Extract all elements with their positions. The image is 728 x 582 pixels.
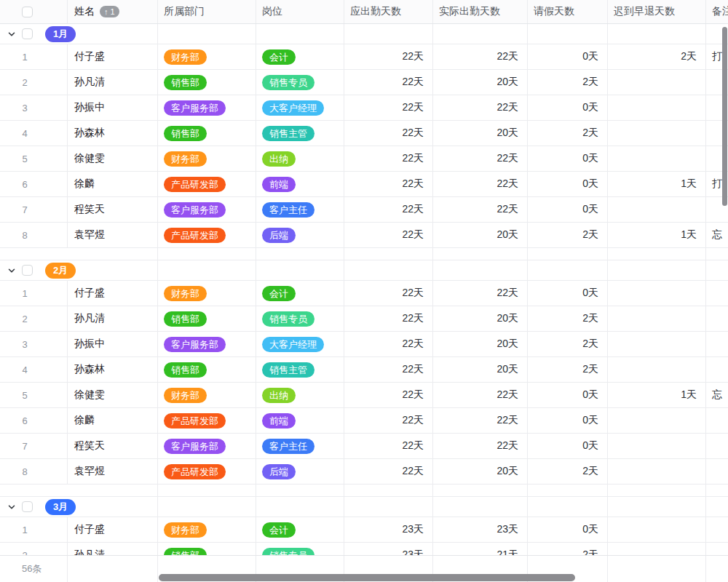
cell-leave[interactable]: 0天 xyxy=(528,281,608,306)
cell-actual[interactable]: 23天 xyxy=(433,517,528,542)
cell-expected[interactable]: 23天 xyxy=(344,543,433,555)
spacer-cell[interactable] xyxy=(0,485,158,496)
cell-dept[interactable]: 财务部 xyxy=(158,146,256,171)
group-empty-cell[interactable] xyxy=(158,260,256,280)
group-empty-cell[interactable] xyxy=(256,260,344,280)
cell-remark[interactable] xyxy=(706,332,728,356)
cell-late[interactable] xyxy=(608,306,706,331)
cell-position[interactable]: 客户主任 xyxy=(256,197,344,222)
cell-leave[interactable]: 2天 xyxy=(528,357,608,382)
group-empty-cell[interactable] xyxy=(528,497,608,517)
cell-expected[interactable]: 22天 xyxy=(344,197,433,222)
cell-position[interactable]: 后端 xyxy=(256,223,344,247)
column-header-leave[interactable]: 请假天数 xyxy=(528,0,608,23)
cell-actual[interactable]: 22天 xyxy=(433,146,528,171)
group-checkbox[interactable] xyxy=(22,501,33,512)
cell-actual[interactable]: 22天 xyxy=(433,383,528,407)
group-empty-cell[interactable] xyxy=(344,260,433,280)
cell-expected[interactable]: 22天 xyxy=(344,332,433,356)
select-all-checkbox[interactable] xyxy=(22,7,33,17)
group-empty-cell[interactable] xyxy=(256,497,344,517)
group-header-cell[interactable]: 1月 xyxy=(0,24,158,44)
column-header-expected[interactable]: 应出勤天数 xyxy=(344,0,433,23)
cell-actual[interactable]: 20天 xyxy=(433,121,528,146)
row-handle-cell[interactable]: 7 xyxy=(0,197,68,222)
row-handle-cell[interactable]: 8 xyxy=(0,223,68,247)
cell-position[interactable]: 出纳 xyxy=(256,146,344,171)
cell-expected[interactable]: 22天 xyxy=(344,44,433,69)
cell-name[interactable]: 孙森林 xyxy=(68,357,158,382)
cell-position[interactable]: 后端 xyxy=(256,459,344,484)
spacer-cell[interactable] xyxy=(433,248,528,260)
row-handle-cell[interactable]: 1 xyxy=(0,517,68,542)
cell-position[interactable]: 会计 xyxy=(256,517,344,542)
row-handle-cell[interactable]: 4 xyxy=(0,121,68,146)
cell-dept[interactable]: 财务部 xyxy=(158,517,256,542)
spacer-cell[interactable] xyxy=(344,485,433,496)
column-header-remark[interactable]: 备注 xyxy=(706,0,728,23)
row-handle-cell[interactable]: 4 xyxy=(0,357,68,382)
group-empty-cell[interactable] xyxy=(344,497,433,517)
cell-leave[interactable]: 2天 xyxy=(528,121,608,146)
cell-position[interactable]: 销售主管 xyxy=(256,121,344,146)
sort-badge[interactable]: ↑ 1 xyxy=(100,6,119,17)
cell-leave[interactable]: 0天 xyxy=(528,434,608,458)
group-header-cell[interactable]: 2月 xyxy=(0,260,158,280)
cell-expected[interactable]: 22天 xyxy=(344,383,433,407)
cell-name[interactable]: 袁罕煜 xyxy=(68,459,158,484)
cell-late[interactable] xyxy=(608,357,706,382)
cell-name[interactable]: 孙森林 xyxy=(68,121,158,146)
cell-expected[interactable]: 22天 xyxy=(344,146,433,171)
group-empty-cell[interactable] xyxy=(256,24,344,44)
cell-dept[interactable]: 客户服务部 xyxy=(158,332,256,356)
cell-actual[interactable]: 22天 xyxy=(433,434,528,458)
cell-remark[interactable]: 忘 xyxy=(706,383,728,407)
cell-position[interactable]: 销售专员 xyxy=(256,543,344,555)
cell-position[interactable]: 销售主管 xyxy=(256,357,344,382)
group-empty-cell[interactable] xyxy=(528,260,608,280)
spacer-cell[interactable] xyxy=(608,248,706,260)
cell-remark[interactable] xyxy=(706,434,728,458)
spacer-cell[interactable] xyxy=(433,485,528,496)
cell-dept[interactable]: 销售部 xyxy=(158,70,256,95)
row-handle-cell[interactable]: 1 xyxy=(0,44,68,69)
cell-name[interactable]: 程笑天 xyxy=(68,434,158,458)
cell-dept[interactable]: 产品研发部 xyxy=(158,408,256,433)
cell-actual[interactable]: 22天 xyxy=(433,172,528,196)
cell-position[interactable]: 大客户经理 xyxy=(256,332,344,356)
column-header-actual[interactable]: 实际出勤天数 xyxy=(433,0,528,23)
column-header-name[interactable]: 姓名 ↑ 1 xyxy=(68,0,158,23)
cell-actual[interactable]: 20天 xyxy=(433,459,528,484)
group-checkbox[interactable] xyxy=(22,265,33,276)
cell-late[interactable] xyxy=(608,543,706,555)
cell-position[interactable]: 销售专员 xyxy=(256,70,344,95)
spacer-cell[interactable] xyxy=(608,485,706,496)
spacer-cell[interactable] xyxy=(706,485,728,496)
chevron-down-icon[interactable] xyxy=(7,30,16,39)
cell-remark[interactable]: 忘 xyxy=(706,223,728,247)
cell-actual[interactable]: 22天 xyxy=(433,44,528,69)
spacer-cell[interactable] xyxy=(256,485,344,496)
cell-name[interactable]: 付子盛 xyxy=(68,281,158,306)
cell-expected[interactable]: 23天 xyxy=(344,517,433,542)
cell-name[interactable]: 徐麟 xyxy=(68,408,158,433)
spacer-cell[interactable] xyxy=(344,248,433,260)
row-handle-cell[interactable]: 5 xyxy=(0,383,68,407)
cell-expected[interactable]: 22天 xyxy=(344,357,433,382)
select-all-cell[interactable] xyxy=(0,0,68,23)
cell-position[interactable]: 出纳 xyxy=(256,383,344,407)
cell-actual[interactable]: 22天 xyxy=(433,197,528,222)
cell-actual[interactable]: 22天 xyxy=(433,95,528,120)
cell-dept[interactable]: 销售部 xyxy=(158,543,256,555)
vertical-scrollbar[interactable] xyxy=(722,27,727,206)
cell-expected[interactable]: 22天 xyxy=(344,459,433,484)
row-handle-cell[interactable]: 3 xyxy=(0,95,68,120)
spacer-cell[interactable] xyxy=(706,248,728,260)
cell-dept[interactable]: 财务部 xyxy=(158,383,256,407)
group-empty-cell[interactable] xyxy=(706,497,728,517)
cell-expected[interactable]: 22天 xyxy=(344,223,433,247)
cell-name[interactable]: 孙凡清 xyxy=(68,306,158,331)
chevron-down-icon[interactable] xyxy=(7,266,16,275)
cell-late[interactable] xyxy=(608,70,706,95)
cell-position[interactable]: 大客户经理 xyxy=(256,95,344,120)
